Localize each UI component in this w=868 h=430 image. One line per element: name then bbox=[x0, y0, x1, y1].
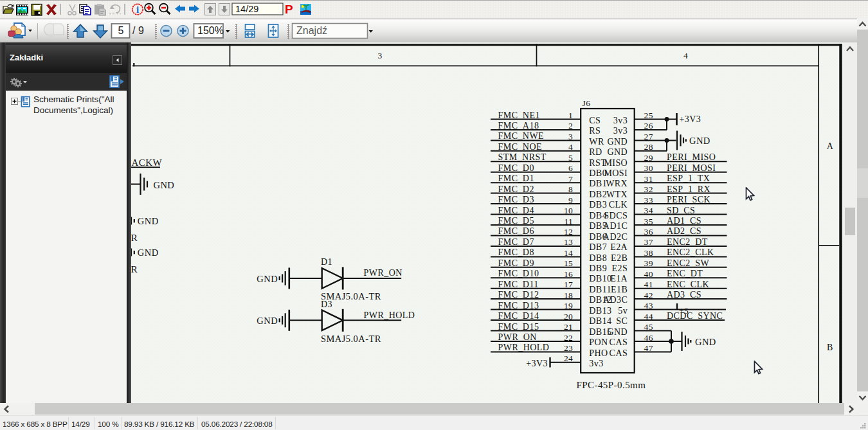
svg-text:E1A: E1A bbox=[610, 274, 628, 283]
svg-text:24: 24 bbox=[564, 354, 573, 363]
svg-text:ENC2_DT: ENC2_DT bbox=[667, 237, 708, 247]
svg-text:21: 21 bbox=[564, 322, 573, 332]
svg-text:4: 4 bbox=[683, 51, 688, 60]
svg-text:3v3: 3v3 bbox=[613, 126, 628, 136]
svg-text:ENC2_CLK: ENC2_CLK bbox=[667, 247, 714, 257]
svg-text:CLK: CLK bbox=[609, 200, 628, 210]
svg-text:MISO: MISO bbox=[604, 158, 628, 168]
svg-text:2: 2 bbox=[568, 121, 573, 130]
svg-text:RS: RS bbox=[589, 126, 601, 136]
svg-text:CAS: CAS bbox=[610, 348, 628, 358]
svg-text:SMAJ5.0A-TR: SMAJ5.0A-TR bbox=[321, 334, 381, 344]
svg-text:CAS: CAS bbox=[610, 337, 628, 347]
svg-text:GND: GND bbox=[154, 180, 175, 190]
svg-text:WTX: WTX bbox=[606, 190, 628, 199]
svg-text:R: R bbox=[131, 232, 138, 243]
svg-text:11: 11 bbox=[564, 217, 573, 226]
svg-text:SDCS: SDCS bbox=[604, 211, 628, 220]
svg-text:PERI_MISO: PERI_MISO bbox=[667, 152, 716, 162]
svg-text:DB13: DB13 bbox=[589, 306, 611, 316]
svg-text:+5: +5 bbox=[679, 306, 689, 316]
svg-text:GND: GND bbox=[608, 327, 628, 337]
svg-text:13: 13 bbox=[564, 237, 573, 247]
svg-text:ESP_1_TX: ESP_1_TX bbox=[667, 174, 710, 183]
svg-text:DCDC_SYNC: DCDC_SYNC bbox=[667, 311, 723, 321]
svg-text:3: 3 bbox=[568, 132, 573, 141]
svg-text:J6: J6 bbox=[583, 98, 591, 108]
svg-text:+3V3: +3V3 bbox=[526, 359, 548, 368]
svg-text:+3V3: +3V3 bbox=[680, 114, 701, 124]
svg-text:FMC_A18: FMC_A18 bbox=[498, 121, 539, 130]
svg-text:PWR_HOLD: PWR_HOLD bbox=[498, 343, 550, 352]
svg-text:AD3C: AD3C bbox=[603, 295, 628, 305]
svg-text:23: 23 bbox=[564, 343, 573, 353]
svg-text:GND: GND bbox=[689, 136, 710, 146]
svg-text:CS: CS bbox=[589, 116, 601, 125]
svg-text:PWR_HOLD: PWR_HOLD bbox=[364, 310, 415, 320]
svg-text:FMC_NWE: FMC_NWE bbox=[498, 131, 545, 141]
svg-text:6: 6 bbox=[568, 163, 573, 173]
svg-text:E1B: E1B bbox=[611, 285, 628, 294]
svg-text:ENC2_SW: ENC2_SW bbox=[667, 258, 709, 268]
svg-text:GND: GND bbox=[257, 274, 278, 284]
svg-text:WRX: WRX bbox=[606, 179, 628, 188]
svg-text:FMC_D8: FMC_D8 bbox=[498, 247, 534, 257]
svg-text:FPC-45P-0.5mm: FPC-45P-0.5mm bbox=[576, 380, 646, 390]
svg-text:DB10: DB10 bbox=[589, 274, 611, 283]
svg-text:D3: D3 bbox=[321, 300, 332, 309]
svg-text:AD2C: AD2C bbox=[603, 232, 628, 242]
svg-text:ESP_1_RX: ESP_1_RX bbox=[667, 184, 710, 194]
svg-text:SC: SC bbox=[616, 316, 628, 326]
svg-text:AD1C: AD1C bbox=[603, 221, 628, 231]
svg-text:PWR_ON: PWR_ON bbox=[364, 268, 402, 278]
svg-text:5v: 5v bbox=[618, 306, 628, 316]
svg-text:PON: PON bbox=[589, 337, 608, 347]
svg-text:FMC_D3: FMC_D3 bbox=[498, 195, 534, 204]
svg-text:DB1: DB1 bbox=[589, 179, 607, 188]
svg-text:5: 5 bbox=[118, 25, 124, 36]
svg-text:FMC_D12: FMC_D12 bbox=[498, 290, 539, 300]
svg-text:DB14: DB14 bbox=[589, 316, 611, 326]
svg-text:ENC_CLK: ENC_CLK bbox=[667, 280, 709, 289]
svg-text:STM_NRST: STM_NRST bbox=[498, 152, 547, 162]
svg-text:E2B: E2B bbox=[611, 253, 628, 263]
svg-text:FMC_D11: FMC_D11 bbox=[498, 280, 539, 289]
svg-text:FMC_NOE: FMC_NOE bbox=[498, 142, 543, 152]
svg-text:FMC_D0: FMC_D0 bbox=[498, 163, 534, 173]
svg-text:3: 3 bbox=[377, 51, 382, 60]
svg-text:18: 18 bbox=[564, 291, 573, 300]
svg-text:DB8: DB8 bbox=[589, 253, 607, 263]
svg-text:E2A: E2A bbox=[610, 242, 628, 252]
svg-text:AD1_CS: AD1_CS bbox=[667, 216, 701, 226]
svg-text:DB7: DB7 bbox=[589, 242, 607, 252]
svg-text:DB3: DB3 bbox=[589, 200, 607, 210]
svg-text:FMC_D5: FMC_D5 bbox=[498, 216, 534, 226]
svg-text:3v3: 3v3 bbox=[589, 359, 603, 368]
svg-text:FMC_D10: FMC_D10 bbox=[498, 269, 539, 278]
svg-text:WR: WR bbox=[589, 137, 604, 147]
svg-text:17: 17 bbox=[564, 280, 573, 289]
svg-text:GND: GND bbox=[138, 247, 159, 258]
svg-text:MOSI: MOSI bbox=[604, 168, 628, 178]
svg-text:ACKW: ACKW bbox=[132, 157, 163, 168]
svg-text:9: 9 bbox=[568, 195, 573, 205]
svg-text:PERI_MOSI: PERI_MOSI bbox=[667, 163, 716, 173]
svg-text:P: P bbox=[285, 3, 293, 16]
svg-text:PERI_SCK: PERI_SCK bbox=[667, 195, 710, 204]
svg-text:8: 8 bbox=[568, 184, 573, 194]
svg-text:/ 9: / 9 bbox=[132, 25, 144, 36]
svg-text:GND: GND bbox=[257, 316, 278, 326]
svg-text:22: 22 bbox=[564, 333, 573, 343]
svg-text:FMC_D2: FMC_D2 bbox=[498, 184, 534, 194]
svg-text:5: 5 bbox=[568, 153, 573, 163]
svg-text:150%: 150% bbox=[197, 25, 224, 36]
svg-text:16: 16 bbox=[564, 269, 573, 279]
svg-text:R: R bbox=[131, 264, 138, 274]
svg-text:4: 4 bbox=[568, 142, 573, 152]
svg-text:PHO: PHO bbox=[589, 348, 608, 358]
svg-text:14: 14 bbox=[564, 248, 573, 258]
svg-text:DB2: DB2 bbox=[589, 190, 607, 199]
svg-text:FMC_D14: FMC_D14 bbox=[498, 311, 539, 321]
svg-text:FMC_D7: FMC_D7 bbox=[498, 237, 534, 247]
svg-text:A: A bbox=[827, 141, 834, 151]
